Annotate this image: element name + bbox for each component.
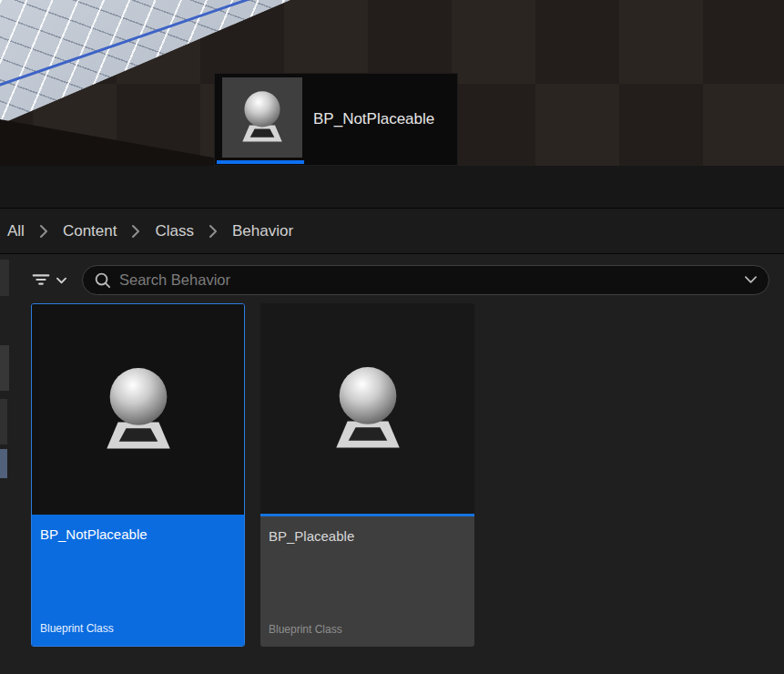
- chevron-right-icon: [129, 224, 142, 239]
- asset-thumbnail: [260, 303, 474, 514]
- blueprint-sphere-icon: [87, 359, 189, 461]
- blueprint-sphere-icon: [317, 358, 419, 460]
- drag-preview-label: BP_NotPlaceable: [313, 110, 434, 128]
- asset-type-label: Blueprint Class: [269, 623, 466, 636]
- asset-thumbnail: [32, 304, 244, 515]
- drag-preview-thumbnail: [222, 77, 302, 158]
- search-box[interactable]: [82, 265, 769, 295]
- breadcrumb: All Content Class Behavior: [0, 209, 784, 254]
- filter-button[interactable]: [27, 266, 71, 293]
- search-input[interactable]: [119, 271, 736, 289]
- collapsed-panel-item: [0, 345, 9, 391]
- breadcrumb-item-content[interactable]: Content: [63, 222, 117, 240]
- content-browser-body: BP_NotPlaceable Blueprint Class BP_Place…: [0, 254, 784, 674]
- breadcrumb-item-class[interactable]: Class: [155, 222, 194, 240]
- asset-info: BP_NotPlaceable Blueprint Class: [32, 515, 244, 646]
- chevron-right-icon: [37, 224, 50, 239]
- drag-preview-tooltip: BP_NotPlaceable: [214, 73, 458, 166]
- search-icon: [94, 271, 111, 289]
- asset-tile-bp-placeable[interactable]: BP_Placeable Blueprint Class: [260, 303, 474, 647]
- collapsed-panel-item-selected: [0, 449, 7, 478]
- chevron-right-icon: [207, 224, 219, 239]
- chevron-down-icon: [56, 275, 67, 285]
- search-toolbar: [27, 263, 769, 296]
- blueprint-sphere-icon: [230, 86, 294, 149]
- asset-name: BP_NotPlaceable: [40, 526, 236, 542]
- breadcrumb-item-all[interactable]: All: [7, 222, 25, 240]
- breadcrumb-item-behavior[interactable]: Behavior: [232, 222, 293, 240]
- filter-icon: [31, 270, 51, 290]
- asset-type-label: Blueprint Class: [40, 622, 236, 635]
- collapsed-panel-item: [0, 260, 9, 296]
- drag-preview-progress-bar: [217, 160, 304, 164]
- level-viewport[interactable]: BP_NotPlaceable: [0, 0, 784, 166]
- asset-grid: BP_NotPlaceable Blueprint Class BP_Place…: [0, 303, 784, 647]
- collapsed-panel-item: [0, 399, 7, 444]
- unreal-editor-window: BP_NotPlaceable All Content Class Behavi…: [0, 0, 784, 674]
- asset-tile-bp-notplaceable[interactable]: BP_NotPlaceable Blueprint Class: [31, 303, 245, 647]
- asset-name: BP_Placeable: [269, 528, 466, 544]
- chevron-down-icon[interactable]: [744, 274, 758, 285]
- asset-info: BP_Placeable Blueprint Class: [260, 516, 474, 647]
- content-browser-header-strip: [0, 166, 784, 209]
- collapsed-sources-panel[interactable]: [0, 254, 10, 674]
